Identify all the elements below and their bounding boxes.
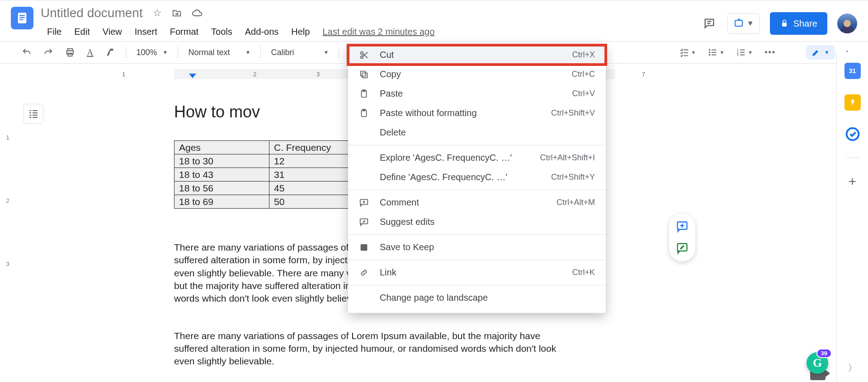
editing-mode-button[interactable]: ▼ <box>807 46 835 59</box>
share-button[interactable]: Share <box>770 12 827 35</box>
svg-rect-27 <box>33 110 38 111</box>
menu-bar: File Edit View Insert Format Tools Add-o… <box>41 24 701 40</box>
svg-rect-6 <box>735 20 742 26</box>
context-menu-item[interactable]: Define 'AgesC. FrequencyC. …'Ctrl+Shift+… <box>348 168 606 187</box>
svg-rect-1 <box>19 15 25 16</box>
add-addon-icon[interactable]: + <box>844 173 861 190</box>
cut-icon <box>359 50 372 60</box>
context-menu-label: Define 'AgesC. FrequencyC. …' <box>380 172 551 182</box>
vertical-ruler: 1 2 3 <box>2 80 14 382</box>
context-menu-item[interactable]: Suggest edits <box>348 212 606 232</box>
zoom-select[interactable]: 100%▼ <box>133 46 170 59</box>
suggest-edits-icon[interactable] <box>675 242 689 255</box>
indent-marker-icon[interactable] <box>189 74 196 78</box>
menu-insert[interactable]: Insert <box>128 24 164 40</box>
keep-icon[interactable] <box>844 94 861 111</box>
svg-point-11 <box>709 49 711 51</box>
menu-view[interactable]: View <box>96 24 128 40</box>
context-menu-item[interactable]: Change page to landscape <box>348 288 606 307</box>
svg-text:3: 3 <box>737 53 739 57</box>
side-panel: 31 + 〉 <box>836 52 868 382</box>
svg-rect-47 <box>361 244 368 251</box>
keep-icon <box>359 242 372 252</box>
context-menu-shortcut: Ctrl+Alt+Shift+I <box>540 153 595 163</box>
context-menu-item[interactable]: Paste without formattingCtrl+Shift+V <box>348 103 606 123</box>
present-button[interactable]: ▼ <box>727 13 760 34</box>
context-menu-item[interactable]: CopyCtrl+C <box>348 65 606 84</box>
svg-rect-23 <box>29 110 31 111</box>
context-menu-item[interactable]: Explore 'AgesC. FrequencyC. …'Ctrl+Alt+S… <box>348 148 606 168</box>
add-comment-icon[interactable] <box>675 220 689 233</box>
move-icon[interactable] <box>172 8 182 18</box>
context-menu-label: Copy <box>380 69 571 79</box>
undo-icon[interactable] <box>18 45 35 60</box>
menu-tools[interactable]: Tools <box>205 24 239 40</box>
hide-side-panel-icon[interactable]: 〉 <box>848 361 858 375</box>
hruler-tick: 2 <box>253 71 256 78</box>
context-menu-label: Save to Keep <box>380 242 595 252</box>
suggest-icon <box>359 217 372 227</box>
font-select[interactable]: Calibri▼ <box>268 46 331 59</box>
comments-history-icon[interactable] <box>701 15 717 32</box>
paste-icon <box>359 89 372 99</box>
table-row[interactable]: AgesC. Frequency <box>175 141 364 154</box>
hruler-tick: 1 <box>122 71 125 78</box>
menu-format[interactable]: Format <box>164 24 205 40</box>
print-icon[interactable] <box>61 45 79 60</box>
svg-rect-37 <box>362 73 367 78</box>
context-menu-item[interactable]: CommentCtrl+Alt+M <box>348 193 606 212</box>
context-menu-shortcut: Ctrl+Shift+Y <box>551 172 595 182</box>
tasks-icon[interactable] <box>844 126 861 142</box>
checklist-icon[interactable]: ▼ <box>676 45 700 60</box>
context-menu-shortcut: Ctrl+X <box>572 50 595 60</box>
context-menu-item[interactable]: Delete <box>348 123 606 142</box>
cloud-status-icon[interactable] <box>192 8 203 19</box>
last-edit-link[interactable]: Last edit was 2 minutes ago <box>322 27 434 37</box>
context-menu-item[interactable]: Save to Keep <box>348 238 606 257</box>
app-header: Untitled document ☆ File Edit View Inser… <box>0 0 868 41</box>
redo-icon[interactable] <box>40 45 57 60</box>
context-menu-label: Paste <box>380 89 572 99</box>
context-menu-label: Comment <box>380 197 557 208</box>
context-menu-shortcut: Ctrl+C <box>571 70 595 79</box>
share-label: Share <box>793 19 817 29</box>
table-row[interactable]: 18 to 5645 <box>175 182 364 195</box>
context-menu-item[interactable]: PasteCtrl+V <box>348 84 606 103</box>
paragraph-text[interactable]: There are many variations of passages of… <box>174 330 563 368</box>
star-icon[interactable]: ☆ <box>153 7 162 19</box>
context-menu-shortcut: Ctrl+Alt+M <box>557 198 595 207</box>
document-title[interactable]: Untitled document <box>41 6 143 20</box>
svg-point-12 <box>709 51 711 53</box>
hruler-tick: 3 <box>316 71 320 78</box>
table-row[interactable]: 18 to 3012 <box>175 154 364 168</box>
paragraph-style-select[interactable]: Normal text▼ <box>185 46 253 59</box>
svg-rect-3 <box>19 19 23 20</box>
document-outline-icon[interactable] <box>24 104 43 124</box>
context-menu-item[interactable]: CutCtrl+X <box>348 45 606 65</box>
account-avatar[interactable] <box>837 14 857 33</box>
table-row[interactable]: 18 to 6950 <box>175 195 364 209</box>
menu-addons[interactable]: Add-ons <box>239 24 285 40</box>
calendar-icon[interactable]: 31 <box>844 63 861 79</box>
numbered-list-icon[interactable]: 123▼ <box>732 45 756 60</box>
menu-file[interactable]: File <box>41 24 68 40</box>
svg-rect-7 <box>782 23 787 26</box>
data-table[interactable]: AgesC. Frequency 18 to 3012 18 to 4331 1… <box>174 140 364 209</box>
svg-rect-24 <box>29 112 31 113</box>
comment-icon <box>359 198 372 208</box>
spellcheck-icon[interactable]: A <box>83 45 97 61</box>
table-row[interactable]: 18 to 4331 <box>175 168 364 182</box>
more-icon[interactable]: ••• <box>761 45 779 60</box>
menu-edit[interactable]: Edit <box>68 24 96 40</box>
menu-help[interactable]: Help <box>285 24 316 40</box>
context-menu-label: Change page to landscape <box>380 293 595 303</box>
paint-format-icon[interactable] <box>101 45 118 60</box>
grammarly-badge[interactable]: G 39 <box>807 352 828 374</box>
floating-tools <box>669 214 695 261</box>
context-menu-item[interactable]: LinkCtrl+K <box>348 263 606 282</box>
grammarly-count: 39 <box>816 349 832 358</box>
docs-logo-icon[interactable] <box>11 7 33 29</box>
bulleted-list-icon[interactable]: ▼ <box>704 45 728 60</box>
paste-icon <box>359 108 372 118</box>
context-menu-shortcut: Ctrl+V <box>572 89 595 98</box>
